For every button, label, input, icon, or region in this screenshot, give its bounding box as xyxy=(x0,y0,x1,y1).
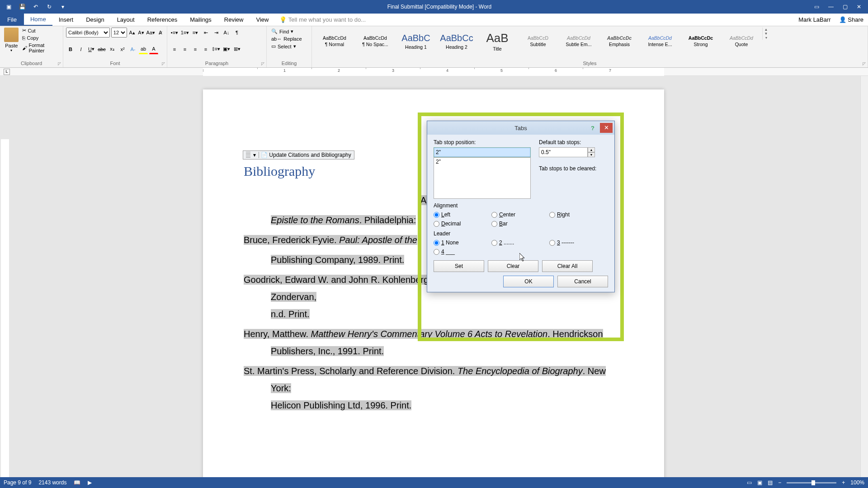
zoom-slider[interactable] xyxy=(787,482,836,483)
tab-view[interactable]: View xyxy=(250,14,275,26)
ribbon-opts-icon[interactable]: ▭ xyxy=(814,4,819,10)
superscript-icon[interactable]: x² xyxy=(118,44,127,54)
find-button[interactable]: 🔍 Find ▾ xyxy=(269,28,309,35)
leader-none-radio[interactable]: 1 None xyxy=(434,239,491,246)
tab-review[interactable]: Review xyxy=(218,14,250,26)
change-case-icon[interactable]: Aa▾ xyxy=(146,28,155,38)
text-effects-icon[interactable]: A- xyxy=(128,44,137,54)
style-heading-1[interactable]: AaBbCHeading 1 xyxy=(396,28,436,55)
read-mode-icon[interactable]: ▭ xyxy=(747,479,752,486)
styles-more[interactable]: ▲▼▾ xyxy=(762,28,769,40)
share-button[interactable]: 👤 Share xyxy=(839,16,863,23)
cancel-button[interactable]: Cancel xyxy=(557,276,608,287)
cut-button[interactable]: ✂ Cut xyxy=(22,28,60,33)
justify-icon[interactable]: ≡ xyxy=(201,44,210,54)
dec-indent-icon[interactable]: ⇤ xyxy=(201,28,210,38)
show-marks-icon[interactable]: ¶ xyxy=(232,28,241,38)
sort-icon[interactable]: A↓ xyxy=(222,28,231,38)
align-left-radio[interactable]: Left xyxy=(434,211,491,218)
leader-dash-radio[interactable]: 3 ------- xyxy=(549,239,607,246)
font-family-select[interactable]: Calibri (Body) xyxy=(66,28,110,38)
replace-button[interactable]: ab↔ Replace xyxy=(269,35,309,42)
clear-format-icon[interactable]: A̷ xyxy=(156,28,164,38)
align-right-icon[interactable]: ≡ xyxy=(191,44,200,54)
tell-me-search[interactable]: 💡 Tell me what you want to do... xyxy=(279,16,366,23)
grow-font-icon[interactable]: A▴ xyxy=(128,28,136,38)
align-left-icon[interactable]: ≡ xyxy=(170,44,179,54)
inc-indent-icon[interactable]: ⇥ xyxy=(212,28,221,38)
bold-icon[interactable]: B xyxy=(66,44,75,54)
highlight-icon[interactable]: ab xyxy=(139,44,148,54)
font-launcher-icon[interactable]: ◸ xyxy=(162,61,165,66)
save-icon[interactable]: 💾 xyxy=(18,4,26,10)
redo-icon[interactable]: ↻ xyxy=(45,4,53,10)
tab-file[interactable]: File xyxy=(0,14,24,26)
page-status[interactable]: Page 9 of 9 xyxy=(4,479,31,486)
leader-under-radio[interactable]: 4 ___ xyxy=(434,249,491,255)
clear-all-button[interactable]: Clear All xyxy=(542,260,593,272)
bibliography-control-bar[interactable]: ▾ 📄 Update Citations and Bibliography xyxy=(243,150,354,160)
zoom-level[interactable]: 100% xyxy=(850,479,864,486)
set-button[interactable]: Set xyxy=(434,260,484,272)
spin-up-icon[interactable]: ▲ xyxy=(588,147,595,152)
tabstop-list[interactable]: 2" xyxy=(434,157,531,199)
select-button[interactable]: ▭ Select ▾ xyxy=(269,42,309,50)
style---no-spac---[interactable]: AaBbCcDd¶ No Spac... xyxy=(355,28,395,55)
multilevel-icon[interactable]: ≡▾ xyxy=(191,28,200,38)
minimize-icon[interactable]: — xyxy=(828,4,834,10)
vertical-ruler[interactable] xyxy=(1,139,9,477)
shading-icon[interactable]: ▣▾ xyxy=(222,44,231,54)
style-subtle-em---[interactable]: AaBbCcDdSubtle Em... xyxy=(559,28,599,55)
spin-down-icon[interactable]: ▼ xyxy=(588,152,595,157)
borders-icon[interactable]: ⊞▾ xyxy=(232,44,241,54)
zoom-in-icon[interactable]: + xyxy=(842,479,845,486)
maximize-icon[interactable]: ▢ xyxy=(843,4,848,10)
shrink-font-icon[interactable]: A▾ xyxy=(137,28,145,38)
print-layout-icon[interactable]: ▣ xyxy=(757,479,762,486)
tabstop-input[interactable] xyxy=(434,147,531,157)
tab-layout[interactable]: Layout xyxy=(111,14,141,26)
format-painter-button[interactable]: 🖌 Format Painter xyxy=(22,42,60,53)
user-name[interactable]: Mark LaBarr xyxy=(798,16,831,23)
close-icon[interactable]: ✕ xyxy=(857,4,861,10)
web-layout-icon[interactable]: ▤ xyxy=(768,479,773,486)
numbering-icon[interactable]: 1≡▾ xyxy=(180,28,189,38)
horizontal-ruler[interactable]: 1234567 xyxy=(203,68,664,76)
clear-button[interactable]: Clear xyxy=(488,260,538,272)
style-heading-2[interactable]: AaBbCcHeading 2 xyxy=(437,28,476,55)
style-title[interactable]: AaBTitle xyxy=(477,28,517,55)
tab-mailings[interactable]: Mailings xyxy=(184,14,218,26)
line-spacing-icon[interactable]: ‡≡▾ xyxy=(212,44,221,54)
style-emphasis[interactable]: AaBbCcDcEmphasis xyxy=(599,28,639,55)
styles-launcher-icon[interactable]: ◸ xyxy=(863,61,866,66)
qat-more-icon[interactable]: ▾ xyxy=(59,4,67,10)
style-subtitle[interactable]: AaBbCcDSubtitle xyxy=(518,28,558,55)
paragraph-launcher-icon[interactable]: ◸ xyxy=(261,61,264,66)
ok-button[interactable]: OK xyxy=(503,276,554,287)
undo-icon[interactable]: ↶ xyxy=(32,4,40,10)
align-center-icon[interactable]: ≡ xyxy=(180,44,189,54)
strike-icon[interactable]: abc xyxy=(97,44,106,54)
word-count[interactable]: 2143 words xyxy=(38,479,66,486)
tab-insert[interactable]: Insert xyxy=(52,14,80,26)
italic-icon[interactable]: I xyxy=(76,44,85,54)
copy-button[interactable]: ⎘ Copy xyxy=(22,35,60,41)
tab-selector[interactable]: L xyxy=(4,69,10,75)
tab-design[interactable]: Design xyxy=(80,14,110,26)
tab-references[interactable]: References xyxy=(141,14,184,26)
align-bar-radio[interactable]: Bar xyxy=(491,221,549,227)
vertical-scrollbar[interactable] xyxy=(860,76,868,477)
grip-icon[interactable] xyxy=(246,152,250,158)
underline-icon[interactable]: U▾ xyxy=(87,44,96,54)
style-strong[interactable]: AaBbCcDcStrong xyxy=(681,28,721,55)
font-color-icon[interactable]: A xyxy=(149,44,158,54)
paste-button[interactable]: Paste▾ xyxy=(3,28,20,53)
zoom-out-icon[interactable]: − xyxy=(778,479,781,486)
align-right-radio[interactable]: Right xyxy=(549,211,607,218)
style-intense-e---[interactable]: AaBbCcDdIntense E... xyxy=(640,28,680,55)
style---normal[interactable]: AaBbCcDd¶ Normal xyxy=(315,28,354,55)
macro-icon[interactable]: ▶ xyxy=(88,479,92,486)
leader-dots-radio[interactable]: 2 ....... xyxy=(491,239,549,246)
align-decimal-radio[interactable]: Decimal xyxy=(434,221,491,227)
default-tabstop-input[interactable] xyxy=(539,147,588,157)
